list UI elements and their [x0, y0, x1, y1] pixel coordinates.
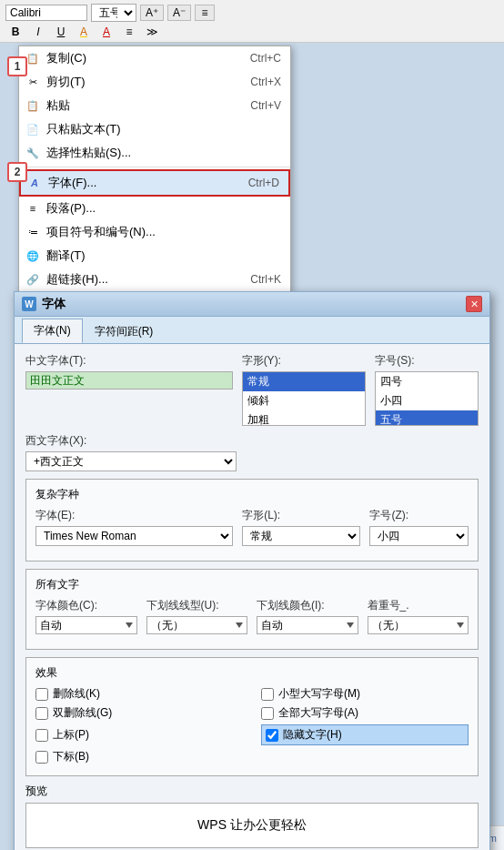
strikethrough-item: 删除线(K) — [35, 686, 243, 702]
effects-checkboxes: 删除线(K) 小型大写字母(M) 双删除线(G) 全部大写字母(A) — [35, 686, 469, 764]
dialog-title-icon: W — [22, 297, 36, 311]
font-main-row: 中文字体(T): 字形(Y): 常规 倾斜 加粗 字号(S): 四号 小四 五号 — [25, 353, 479, 426]
all-caps-label: 全部大写字母(A) — [278, 705, 358, 721]
font-shrink-button[interactable]: A⁻ — [167, 5, 191, 21]
underline-type-group: 下划线线型(U): （无） — [146, 598, 248, 634]
preview-box: WPS 让办公更轻松 — [25, 803, 479, 848]
all-caps-checkbox[interactable] — [261, 707, 274, 720]
underline-color-label: 下划线颜色(I): — [257, 598, 358, 613]
style-bold[interactable]: 加粗 — [243, 410, 366, 426]
menu-item-font[interactable]: A 字体(F)... Ctrl+D — [19, 169, 290, 197]
effects-section: 效果 删除线(K) 小型大写字母(M) 双删除线(G) — [25, 657, 479, 776]
separator-1 — [19, 167, 290, 167]
menu-item-translate[interactable]: 🌐 翻译(T) — [19, 244, 290, 268]
selective-paste-icon: 🔧 — [25, 145, 41, 161]
font-size-list[interactable]: 四号 小四 五号 — [375, 371, 479, 426]
menu-item-paste[interactable]: 📋 粘贴 Ctrl+V — [19, 94, 290, 117]
paste-icon: 📋 — [25, 97, 41, 114]
complex-font-label: 字体(E): — [35, 508, 233, 523]
small-caps-item: 小型大写字母(M) — [261, 686, 469, 702]
size-5[interactable]: 五号 — [376, 410, 478, 426]
small-caps-checkbox[interactable] — [261, 688, 274, 701]
font-color-button[interactable]: A — [96, 24, 116, 40]
superscript-checkbox[interactable] — [35, 729, 48, 742]
paragraph-icon: ≡ — [25, 200, 41, 217]
font-name-input[interactable] — [5, 5, 87, 21]
cut-icon: ✂ — [25, 74, 41, 90]
menu-item-bullets[interactable]: ≔ 项目符号和编号(N)... — [19, 220, 290, 244]
hidden-text-item: 隐藏文字(H) — [261, 724, 469, 745]
font-color-select[interactable]: 自动 — [35, 616, 137, 634]
size-4[interactable]: 四号 — [376, 372, 478, 391]
double-strikethrough-item: 双删除线(G) — [35, 705, 243, 721]
dialog-close-button[interactable]: ✕ — [466, 296, 482, 312]
preview-label: 预览 — [25, 784, 479, 799]
subscript-label: 下标(B) — [53, 749, 89, 764]
tab-char-spacing[interactable]: 字符间距(R) — [83, 319, 166, 343]
complex-size-select[interactable]: 小四 — [369, 526, 469, 546]
strikethrough-checkbox[interactable] — [35, 688, 48, 701]
highlight-button[interactable]: A — [74, 24, 94, 40]
effects-title: 效果 — [35, 665, 469, 681]
hidden-text-label: 隐藏文字(H) — [283, 727, 342, 743]
menu-item-hyperlink[interactable]: 🔗 超链接(H)... Ctrl+K — [19, 268, 290, 291]
complex-font-group: 字体(E): Times New Roman — [35, 508, 233, 546]
toolbar-row2: B I U A A ≡ ≫ — [5, 24, 499, 40]
indent-button[interactable]: ≡ — [195, 5, 215, 21]
all-text-title: 所有文字 — [35, 577, 469, 592]
font-dialog: W 字体 ✕ 字体(N) 字符间距(R) 中文字体(T): 字形(Y): 常规 … — [14, 291, 490, 850]
emphasis-group: 着重号_. （无） — [368, 598, 469, 634]
hyperlink-icon: 🔗 — [25, 271, 41, 288]
bold-button[interactable]: B — [5, 24, 25, 40]
strikethrough-label: 删除线(K) — [53, 686, 100, 702]
tab-font[interactable]: 字体(N) — [22, 319, 83, 343]
dialog-titlebar: W 字体 ✕ — [15, 292, 489, 317]
size-small4[interactable]: 小四 — [376, 391, 478, 410]
complex-font-select[interactable]: Times New Roman — [35, 526, 233, 546]
badge-2: 2 — [7, 162, 27, 182]
all-text-section: 所有文字 字体颜色(C): 自动 下划线线型(U): （无） 下划线颜色(I): — [25, 569, 479, 650]
font-color-group: 字体颜色(C): 自动 — [35, 598, 137, 634]
all-caps-item: 全部大写字母(A) — [261, 705, 469, 721]
underline-color-group: 下划线颜色(I): 自动 — [257, 598, 358, 634]
chinese-font-input[interactable] — [25, 371, 233, 390]
double-strikethrough-checkbox[interactable] — [35, 707, 48, 720]
font-style-list[interactable]: 常规 倾斜 加粗 — [242, 371, 367, 426]
menu-item-paste-text[interactable]: 📄 只粘贴文本(T) — [19, 117, 290, 141]
underline-button[interactable]: U — [51, 24, 71, 40]
hidden-text-checkbox[interactable] — [266, 729, 278, 742]
menu-item-copy[interactable]: 📋 复制(C) Ctrl+C — [19, 46, 290, 70]
align-button[interactable]: ≡ — [119, 24, 139, 40]
complex-font-section: 复杂字种 字体(E): Times New Roman 字形(L): 常规 字号… — [25, 479, 479, 562]
western-font-group: 西文字体(X): +西文正文 — [25, 433, 237, 471]
more-button[interactable]: ≫ — [142, 24, 163, 40]
italic-button[interactable]: I — [28, 24, 48, 40]
font-size-select[interactable]: 五号 — [91, 4, 136, 22]
complex-style-select[interactable]: 常规 — [242, 526, 360, 546]
underline-color-select[interactable]: 自动 — [257, 616, 358, 634]
dialog-title: W 字体 — [22, 296, 66, 312]
western-font-label: 西文字体(X): — [25, 433, 237, 449]
menu-item-cut[interactable]: ✂ 剪切(T) Ctrl+X — [19, 70, 290, 94]
complex-size-group: 字号(Z): 小四 — [369, 508, 469, 546]
menu-item-selective-paste[interactable]: 🔧 选择性粘贴(S)... — [19, 141, 290, 165]
style-regular[interactable]: 常规 — [243, 372, 366, 391]
preview-section: 预览 WPS 让办公更轻松 尚未安装此字体，打印时将采用最相近的有效字体。 — [25, 784, 479, 850]
superscript-label: 上标(P) — [53, 727, 89, 743]
font-grow-button[interactable]: A⁺ — [140, 5, 164, 21]
menu-item-paragraph[interactable]: ≡ 段落(P)... — [19, 197, 290, 220]
bullets-icon: ≔ — [25, 224, 41, 240]
toolbar: 五号 A⁺ A⁻ ≡ B I U A A ≡ ≫ — [0, 0, 504, 43]
font-color-label: 字体颜色(C): — [35, 598, 137, 613]
subscript-checkbox[interactable] — [35, 751, 48, 764]
badge-1: 1 — [7, 56, 27, 76]
western-font-select[interactable]: +西文正文 — [25, 451, 237, 471]
western-style-placeholder — [246, 433, 479, 471]
complex-style-group: 字形(L): 常规 — [242, 508, 360, 546]
dialog-tabs: 字体(N) 字符间距(R) — [15, 317, 489, 344]
emphasis-select[interactable]: （无） — [368, 616, 469, 634]
style-italic[interactable]: 倾斜 — [243, 391, 366, 410]
chinese-font-label: 中文字体(T): — [25, 353, 233, 369]
underline-type-select[interactable]: （无） — [146, 616, 248, 634]
subscript-item: 下标(B) — [35, 749, 243, 764]
